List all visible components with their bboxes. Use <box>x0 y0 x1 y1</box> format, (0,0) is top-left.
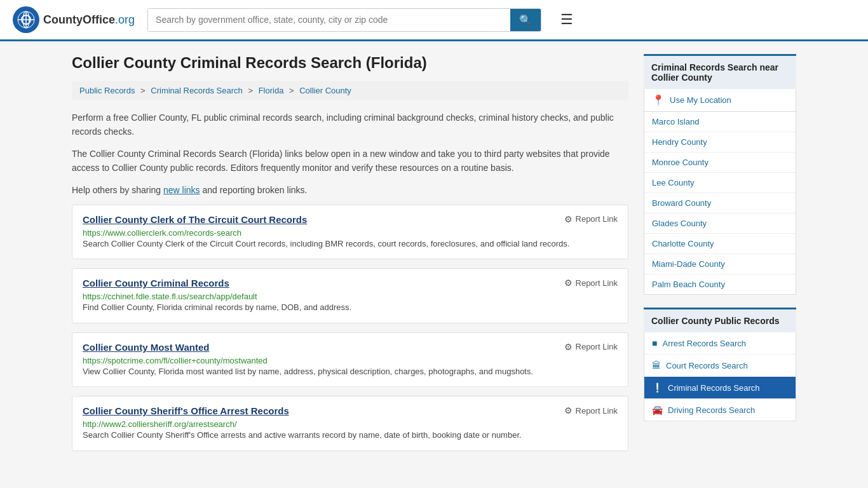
nearby-item-8: Miami-Dade County <box>644 254 796 274</box>
result-title-2: Collier County Criminal Records ⚙ Report… <box>83 278 618 288</box>
public-records-header: Collier County Public Records <box>644 308 796 332</box>
description-1: Perform a free Collier County, FL public… <box>72 111 628 139</box>
result-desc-2: Find Collier County, Florida criminal re… <box>83 301 618 314</box>
pub-rec-item-3: ❕ Criminal Records Search <box>644 377 796 399</box>
menu-button[interactable]: ☰ <box>560 11 573 28</box>
report-label-3: Report Link <box>576 342 618 351</box>
result-link-1[interactable]: Collier County Clerk of The Circuit Cour… <box>83 214 307 225</box>
nearby-link-8[interactable]: Miami-Dade County <box>644 254 796 274</box>
result-desc-4: Search Collier County Sheriff's Office a… <box>83 429 618 442</box>
result-desc-3: View Collier County, Florida most wanted… <box>83 365 618 378</box>
use-my-location-link[interactable]: 📍 Use My Location <box>644 89 796 111</box>
nearby-item-5: Broward County <box>644 193 796 214</box>
pub-rec-link-1[interactable]: ■ Arrest Records Search <box>644 332 796 354</box>
pub-rec-icon-2: 🏛 <box>652 360 661 370</box>
nearby-link-2[interactable]: Hendry County <box>644 132 796 152</box>
result-url-link-4[interactable]: http://www2.colliersheriff.org/arrestsea… <box>83 419 237 429</box>
main-container: Collier County Criminal Records Search (… <box>59 41 809 473</box>
breadcrumb-sep2: > <box>248 86 255 95</box>
result-url-link-3[interactable]: https://spotcrime.com/fl/collier+county/… <box>83 356 268 365</box>
report-label-4: Report Link <box>576 406 618 416</box>
pub-rec-link-2[interactable]: 🏛 Court Records Search <box>644 355 796 376</box>
result-url-link-1[interactable]: https://www.collierclerk.com/records-sea… <box>83 228 241 238</box>
pub-rec-icon-4: 🚘 <box>652 405 663 415</box>
breadcrumb-florida[interactable]: Florida <box>259 86 284 95</box>
nearby-header: Criminal Records Search near Collier Cou… <box>644 54 796 89</box>
new-links-link[interactable]: new links <box>163 185 200 195</box>
report-link-button-2[interactable]: ⚙ Report Link <box>564 278 618 288</box>
report-icon-1: ⚙ <box>564 214 573 224</box>
report-icon-3: ⚙ <box>564 342 573 352</box>
breadcrumb: Public Records > Criminal Records Search… <box>72 81 628 100</box>
page-title: Collier County Criminal Records Search (… <box>72 54 628 72</box>
breadcrumb-collier-county[interactable]: Collier County <box>299 86 351 95</box>
report-icon-4: ⚙ <box>564 405 573 416</box>
breadcrumb-sep3: > <box>289 86 296 95</box>
nearby-link-9[interactable]: Palm Beach County <box>644 274 796 294</box>
description-2: The Collier County Criminal Records Sear… <box>72 147 628 175</box>
site-header: CountyCountyOfficeOffice.org 🔍 ☰ <box>0 0 868 41</box>
result-url-3: https://spotcrime.com/fl/collier+county/… <box>83 355 618 365</box>
location-icon: 📍 <box>652 94 665 106</box>
breadcrumb-sep1: > <box>140 86 147 95</box>
pub-rec-link-3[interactable]: ❕ Criminal Records Search <box>644 377 796 398</box>
nearby-link-3[interactable]: Monroe County <box>644 152 796 172</box>
report-label-1: Report Link <box>576 214 618 224</box>
result-title-3: Collier County Most Wanted ⚙ Report Link <box>83 342 618 353</box>
nearby-section: Criminal Records Search near Collier Cou… <box>644 54 796 295</box>
results-list: Collier County Clerk of The Circuit Cour… <box>72 205 628 451</box>
result-title-1: Collier County Clerk of The Circuit Cour… <box>83 214 618 225</box>
nearby-links-list: Marco IslandHendry CountyMonroe CountyLe… <box>644 112 796 295</box>
nearby-link-4[interactable]: Lee County <box>644 173 796 193</box>
nearby-item-9: Palm Beach County <box>644 274 796 294</box>
desc3-pre: Help others by sharing <box>72 185 163 195</box>
breadcrumb-criminal-records[interactable]: Criminal Records Search <box>151 86 243 95</box>
pub-rec-label-3: Criminal Records Search <box>668 383 760 393</box>
result-url-2: https://cchinet.fdle.state.fl.us/search/… <box>83 291 618 301</box>
pub-rec-item-1: ■ Arrest Records Search <box>644 332 796 355</box>
sidebar: Criminal Records Search near Collier Cou… <box>644 54 796 460</box>
pub-rec-item-2: 🏛 Court Records Search <box>644 355 796 377</box>
logo-text: CountyCountyOfficeOffice.org <box>43 13 135 27</box>
report-link-button-4[interactable]: ⚙ Report Link <box>564 405 618 416</box>
result-item-3: Collier County Most Wanted ⚙ Report Link… <box>72 332 628 388</box>
description-3: Help others by sharing new links and rep… <box>72 183 628 197</box>
pub-rec-link-4[interactable]: 🚘 Driving Records Search <box>644 399 796 421</box>
desc3-post: and reporting broken links. <box>200 185 308 195</box>
nearby-link-7[interactable]: Charlotte County <box>644 234 796 254</box>
report-label-2: Report Link <box>576 278 618 288</box>
result-link-3[interactable]: Collier County Most Wanted <box>83 342 209 353</box>
logo-suffix: .org <box>115 13 135 26</box>
use-my-location-label: Use My Location <box>670 95 731 105</box>
pub-rec-item-4: 🚘 Driving Records Search <box>644 399 796 421</box>
report-link-button-3[interactable]: ⚙ Report Link <box>564 342 618 352</box>
search-button[interactable]: 🔍 <box>510 9 541 31</box>
nearby-item-6: Glades County <box>644 214 796 234</box>
result-link-2[interactable]: Collier County Criminal Records <box>83 278 229 288</box>
nearby-link-6[interactable]: Glades County <box>644 214 796 233</box>
report-link-button-1[interactable]: ⚙ Report Link <box>564 214 618 224</box>
nearby-item-1: Marco Island <box>644 112 796 132</box>
result-title-4: Collier County Sheriff's Office Arrest R… <box>83 405 618 416</box>
nearby-link-1[interactable]: Marco Island <box>644 112 796 132</box>
nearby-link-5[interactable]: Broward County <box>644 193 796 213</box>
search-input[interactable] <box>148 9 510 31</box>
nearby-item-4: Lee County <box>644 173 796 193</box>
pub-rec-icon-3: ❕ <box>652 383 663 393</box>
result-item-2: Collier County Criminal Records ⚙ Report… <box>72 268 628 323</box>
public-records-list: ■ Arrest Records Search 🏛 Court Records … <box>644 332 796 421</box>
logo-link[interactable]: CountyCountyOfficeOffice.org <box>13 6 135 33</box>
pub-rec-label-2: Court Records Search <box>666 361 748 370</box>
search-bar: 🔍 <box>147 8 541 32</box>
result-url-4: http://www2.colliersheriff.org/arrestsea… <box>83 419 618 429</box>
nearby-item-3: Monroe County <box>644 152 796 173</box>
nearby-item-7: Charlotte County <box>644 234 796 254</box>
result-item-4: Collier County Sheriff's Office Arrest R… <box>72 396 628 451</box>
result-link-4[interactable]: Collier County Sheriff's Office Arrest R… <box>83 405 289 416</box>
result-url-link-2[interactable]: https://cchinet.fdle.state.fl.us/search/… <box>83 292 257 301</box>
use-my-location-item: 📍 Use My Location <box>644 89 796 111</box>
report-icon-2: ⚙ <box>564 278 573 288</box>
breadcrumb-public-records[interactable]: Public Records <box>79 86 135 95</box>
pub-rec-icon-1: ■ <box>652 338 657 348</box>
logo-icon <box>13 6 39 33</box>
